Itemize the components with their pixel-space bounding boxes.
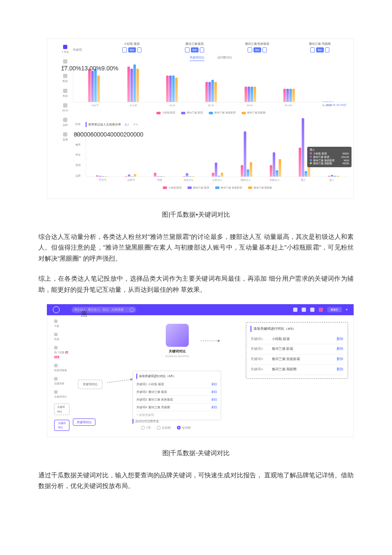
- pill-blank[interactable]: [185, 47, 190, 52]
- delete-link[interactable]: 删除: [211, 397, 217, 402]
- brand-col: 雅诗兰黛 眼霜 删除: [165, 41, 224, 52]
- bar-group: [118, 174, 144, 176]
- chart2-tab-2[interactable]: 平均: [133, 123, 138, 126]
- legend-item: 小棕瓶 眼霜: [163, 186, 182, 190]
- delete-link[interactable]: 删除: [337, 337, 343, 342]
- pill-blank[interactable]: [310, 47, 315, 52]
- radio-icon: [177, 426, 181, 430]
- x-tick: 6-17岁: [114, 104, 153, 108]
- delete-pill[interactable]: 删除: [128, 47, 136, 52]
- bar: [251, 87, 253, 102]
- delete-pill[interactable]: 删除: [191, 47, 199, 52]
- fig2-side-label: 大盘: [54, 324, 59, 328]
- sidebar-item[interactable]: 直播: [60, 132, 70, 142]
- delete-link[interactable]: 删除: [337, 346, 343, 352]
- figure-1: 工作台 热门 数据 投放 MCN 品牌 直播 关键词 小棕瓶 眼霜: [38, 38, 354, 199]
- sidebar-icon: [63, 118, 67, 122]
- pill-blank[interactable]: [137, 47, 142, 52]
- sidebar-item[interactable]: 学堂: [73, 152, 83, 157]
- brand-name: 小棕瓶 眼霜: [103, 41, 161, 46]
- bell-icon[interactable]: [319, 308, 323, 312]
- delete-link[interactable]: 删除: [211, 389, 217, 394]
- download-icon[interactable]: [310, 308, 314, 312]
- delete-link[interactable]: 删除: [337, 357, 343, 362]
- sidebar-label: 工作台: [61, 50, 69, 54]
- bar: [131, 176, 133, 177]
- selected-pill[interactable]: 关键词对比: [73, 418, 95, 426]
- sidebar-item[interactable]: 数据: [60, 74, 70, 83]
- x-tick: 知名KOL: [174, 178, 203, 182]
- sidebar-item[interactable]: 电商: [73, 142, 83, 147]
- sidebar-item[interactable]: 品牌: [73, 173, 83, 178]
- sidebar-label: 投放: [75, 122, 81, 126]
- search-placeholder: 博主达人、笔记、品牌搜索: [88, 307, 124, 312]
- keyword-card-icon: [166, 324, 189, 347]
- fig2-side-item[interactable]: 热搜词搜索: [52, 364, 69, 372]
- sidebar-item[interactable]: 投放: [73, 121, 83, 126]
- radio-option[interactable]: 近30所: [157, 425, 171, 430]
- delete-pill[interactable]: 删除: [254, 47, 261, 52]
- fig2-sidebar: 大盘 热搜 热门话题新升级 热搜词搜索 话题搜索 关键词对比 关键词对比 关键词…: [52, 320, 69, 431]
- brand-name: 雅诗兰黛 熬夜眼霜: [228, 41, 286, 46]
- pill-blank[interactable]: [262, 47, 267, 52]
- sidebar-item[interactable]: 营销: [73, 162, 83, 167]
- delete-link[interactable]: 删除: [211, 382, 217, 386]
- delete-link[interactable]: 删除: [337, 367, 343, 372]
- sidebar-item[interactable]: 品牌: [60, 118, 70, 127]
- pill-blank[interactable]: [200, 47, 205, 52]
- bar: [254, 87, 256, 102]
- fig2-side-item[interactable]: 关键词对比: [52, 404, 69, 415]
- fig2-side-item[interactable]: 热搜: [52, 333, 69, 341]
- bar: [130, 69, 133, 102]
- bar: [183, 176, 185, 177]
- sidebar-label: 品牌: [63, 123, 68, 127]
- bar: [241, 165, 243, 177]
- sidebar-label: 数据: [63, 79, 68, 83]
- gear-icon[interactable]: [302, 308, 306, 312]
- sidebar-item[interactable]: MCN: [60, 103, 70, 113]
- pill-blank[interactable]: [325, 47, 330, 52]
- brand-name: 雅诗兰黛 眼霜: [165, 41, 224, 46]
- bar: [215, 163, 217, 176]
- fig2-side-dashed: 关键词对比: [54, 404, 69, 415]
- fig2-side-item[interactable]: 关键词对比: [52, 420, 69, 431]
- sidebar-item[interactable]: 工作台: [60, 45, 70, 54]
- paragraph-2: 综上，在各类达人笔记投放中，选择品类大词作为主要关键词布局最佳，再添加 细分用户…: [38, 273, 354, 295]
- fig2-side-icon: [54, 346, 58, 349]
- bar-group: [271, 89, 308, 102]
- fig2-side-item[interactable]: 热门话题新升级: [52, 346, 69, 359]
- bar: [128, 174, 130, 177]
- bar: [211, 80, 214, 102]
- menu-button[interactable]: 菜单栏: [327, 307, 342, 312]
- bar: [270, 165, 272, 177]
- radio-option[interactable]: 7天: [141, 425, 151, 430]
- sidebar-label: MCN: [62, 108, 68, 113]
- chart2-legend: 小棕瓶 眼霜雅诗兰黛 眼霜雅诗兰黛 熬夜眼霜雅诗兰黛 黑眼圈: [86, 186, 349, 190]
- delete-pill[interactable]: 删除: [316, 47, 324, 52]
- x-tick: 45-100: [269, 104, 308, 108]
- search-icon[interactable]: [130, 308, 134, 312]
- chart2-tab-active[interactable]: 达人: [124, 123, 130, 126]
- fig2-side-label: 话题搜索: [54, 381, 64, 386]
- x-tick: <6以下: [75, 104, 114, 108]
- panel-row: 关键词2:雅诗兰黛 眼霜删除: [251, 344, 343, 355]
- fig2-side-item[interactable]: 话题搜索: [52, 377, 69, 386]
- metric-tab-2[interactable]: 达到数对比: [217, 55, 232, 61]
- radio-option[interactable]: 近90所: [177, 425, 191, 430]
- sidebar-label: 学堂: [75, 153, 81, 157]
- chevron-down-icon[interactable]: ▾: [346, 307, 348, 312]
- pill-blank[interactable]: [248, 47, 252, 52]
- sidebar-item[interactable]: 投放: [60, 89, 70, 98]
- metric-tab-active[interactable]: 关键词对比: [190, 55, 205, 61]
- bar: [91, 71, 94, 102]
- grid-icon[interactable]: [293, 308, 297, 312]
- dashed-label-1: 关键词对比: [78, 380, 102, 389]
- delete-link[interactable]: 删除: [211, 405, 217, 410]
- bar: [154, 173, 156, 176]
- bar: [186, 173, 188, 176]
- bar: [172, 76, 175, 102]
- pill-blank[interactable]: [122, 47, 127, 52]
- x-tick: 官方号: [88, 178, 117, 182]
- fig2-side-item[interactable]: 大盘: [52, 320, 69, 328]
- fig2-side-item[interactable]: 关键词对比: [52, 390, 69, 399]
